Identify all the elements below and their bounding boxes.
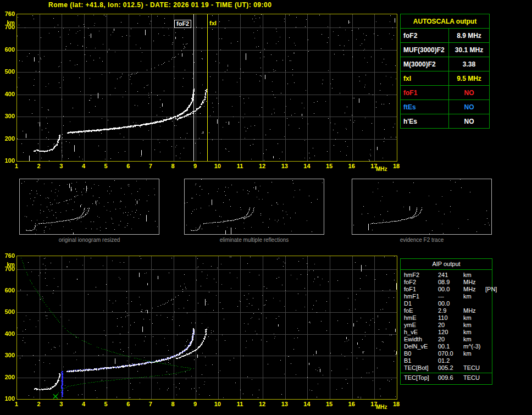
aip-row: foE2.9MHz	[401, 307, 492, 314]
aip-value: 08.9	[438, 279, 463, 286]
x-tick-label: 3	[56, 163, 66, 169]
fof2-marker-label: foF2	[174, 20, 191, 28]
aip-param-label: Ewidth	[404, 336, 438, 343]
thumbnail-eliminate-canvas	[185, 179, 324, 234]
aip-row: foF208.9MHz	[401, 279, 492, 286]
aip-unit	[463, 357, 485, 364]
aip-unit: TECU	[463, 364, 485, 372]
aip-note	[485, 336, 492, 343]
aip-param-label: hmF1	[404, 293, 438, 300]
aip-note	[485, 293, 492, 300]
autoscala-param-label: ftEs	[401, 100, 449, 114]
y-tick-label: 300	[0, 352, 15, 358]
thumbnail-caption-evidence: evidence F2 trace	[352, 237, 492, 243]
thumbnail-evidence-canvas	[352, 179, 491, 234]
aip-unit: MHz	[463, 279, 485, 286]
aip-note	[485, 350, 492, 357]
aip-table-header: AIP output	[401, 259, 492, 270]
aip-param-label: foF2	[404, 279, 438, 286]
autoscala-table: AUTOSCALA output foF28.9 MHzMUF(3000)F23…	[400, 14, 490, 129]
aip-note	[485, 357, 492, 364]
aip-row: Ewidth20km	[401, 336, 492, 343]
autoscala-param-label: MUF(3000)F2	[401, 43, 449, 57]
aip-value: 070.0	[438, 350, 463, 357]
aip-unit: km	[463, 293, 485, 300]
aip-unit: km	[463, 350, 485, 357]
x-tick-label: 18	[391, 163, 402, 169]
y-tick-label: 400	[0, 91, 15, 97]
x-tick-label: 1	[11, 163, 22, 169]
thumbnail-original-ionogram	[19, 179, 159, 235]
aip-note	[485, 279, 492, 286]
aip-note	[485, 364, 492, 372]
thumbnail-caption-eliminate: eliminate multiple reflections	[184, 237, 324, 243]
thumbnail-original-canvas	[20, 179, 159, 234]
aip-value: 01.2	[438, 357, 463, 364]
x-tick-label: 16	[346, 401, 357, 407]
aip-value: 005.2	[438, 364, 463, 372]
x-tick-label: 13	[279, 401, 290, 407]
aip-param-label: DelN_vE	[404, 343, 438, 350]
aip-value: 2.9	[438, 307, 463, 314]
x-tick-label: 3	[56, 401, 66, 407]
x-tick-label: 12	[257, 401, 268, 407]
aip-row: DelN_vE00.1m^(-3)	[401, 343, 492, 350]
x-tick-label: 6	[123, 401, 134, 407]
aip-unit	[463, 300, 485, 307]
x-axis-unit-label: MHz	[376, 166, 387, 172]
autoscala-param-label: M(3000)F2	[401, 57, 449, 71]
thumbnail-evidence-f2	[352, 179, 492, 235]
y-tick-label: 200	[0, 374, 15, 380]
aip-note	[485, 343, 492, 350]
autoscala-value: 3.38	[449, 57, 490, 71]
x-tick-label: 15	[324, 401, 335, 407]
thumbnail-caption-original: original ionogram resized	[19, 237, 159, 243]
x-tick-label: 7	[145, 401, 156, 407]
aip-param-label: B1	[404, 357, 438, 364]
y-tick-label: 500	[0, 68, 15, 75]
aip-note	[485, 374, 492, 383]
aip-unit: km	[463, 336, 485, 343]
autoscala-value: 9.5 MHz	[449, 71, 490, 86]
aip-value: 110	[438, 314, 463, 322]
x-tick-label: 5	[101, 163, 112, 169]
x-tick-label: 18	[391, 401, 402, 407]
x-tick-label: 8	[168, 163, 179, 169]
x-tick-label: 2	[34, 401, 45, 407]
aip-unit: MHz	[463, 286, 485, 293]
aip-unit: km	[463, 272, 485, 279]
x-tick-label: 13	[279, 163, 290, 169]
y-axis-unit-label: km	[0, 20, 15, 26]
x-tick-label: 11	[234, 401, 245, 407]
aip-row: hmF1---km	[401, 293, 492, 300]
y-tick-label: 400	[0, 330, 15, 337]
aip-row: B101.2	[401, 357, 492, 364]
autoscala-value: NO	[449, 100, 490, 114]
aip-note	[485, 272, 492, 279]
x-tick-label: 10	[212, 163, 223, 169]
aip-note	[485, 307, 492, 314]
bottom-ionogram-plot	[16, 256, 397, 400]
x-tick-label: 9	[190, 401, 201, 407]
autoscala-param-label: foF2	[401, 29, 449, 43]
aip-unit: km	[463, 314, 485, 322]
aip-param-label: ymE	[404, 322, 438, 329]
aip-param-label: hmF2	[404, 272, 438, 279]
autoscala-param-label: foF1	[401, 86, 449, 100]
y-tick-label: 760	[0, 10, 15, 17]
x-tick-label: 1	[11, 401, 22, 407]
y-axis-unit-label: km	[0, 262, 15, 268]
aip-row: h_vE120km	[401, 329, 492, 336]
aip-row: hmF2241km	[401, 272, 492, 279]
aip-value: 241	[438, 272, 463, 279]
aip-note: [PN]	[485, 286, 497, 293]
y-tick-label: 600	[0, 46, 15, 53]
aip-note	[485, 314, 492, 322]
aip-value: 009.6	[438, 374, 463, 383]
aip-value: ---	[438, 293, 463, 300]
aip-row: B0070.0km	[401, 350, 492, 357]
aip-value: 00.0	[438, 286, 463, 293]
aip-row: hmE110km	[401, 314, 492, 322]
aip-row: TEC[Bot]005.2TECU	[401, 364, 492, 372]
autoscala-param-label: h'Es	[401, 114, 449, 129]
